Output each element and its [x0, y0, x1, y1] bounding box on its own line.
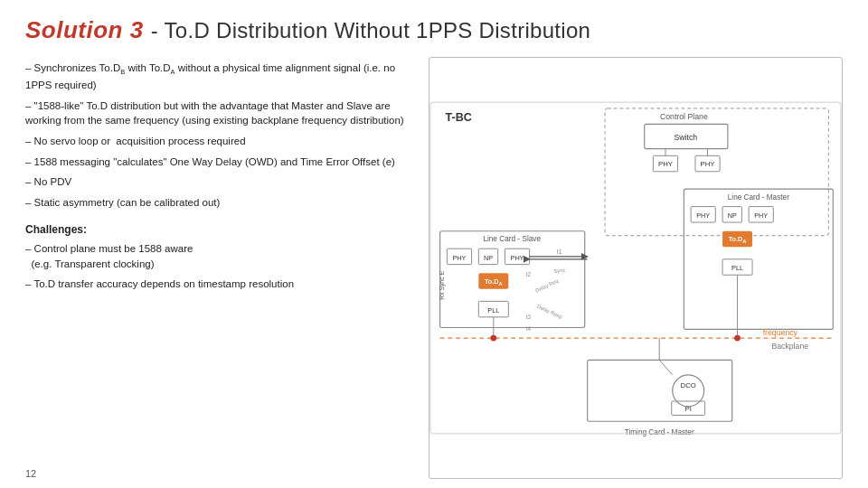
- bullet-1: – Synchronizes To.DB with To.DA without …: [25, 61, 414, 93]
- svg-rect-32: [588, 360, 732, 421]
- bullet-4: – 1588 messaging "calculates" One Way De…: [25, 155, 414, 170]
- svg-rect-45: [430, 102, 841, 434]
- svg-point-33: [673, 375, 704, 407]
- svg-text:t4: t4: [526, 325, 532, 332]
- title-normal: - To.D Distribution Without 1PPS Distrib…: [151, 18, 591, 43]
- svg-text:Delay Resp: Delay Resp: [536, 304, 563, 320]
- challenges-label: Challenges:: [25, 223, 414, 236]
- challenge-2: – To.D transfer accuracy depends on time…: [25, 277, 414, 292]
- rx-synce-label: Rx Sync E: [439, 271, 446, 300]
- diagram-svg: T-BC Control Plane Switch PHY PHY Line C…: [429, 58, 842, 478]
- svg-point-29: [490, 335, 496, 342]
- svg-text:t3: t3: [526, 314, 532, 320]
- backplane-label: Backplane: [771, 342, 808, 351]
- svg-text:PHY: PHY: [511, 254, 524, 262]
- svg-rect-15: [684, 189, 833, 329]
- title-bold: Solution 3: [25, 16, 144, 44]
- page: Solution 3 - To.D Distribution Without 1…: [0, 0, 868, 488]
- bullet-3: – No servo loop or acquisition process r…: [25, 134, 414, 149]
- svg-text:t2: t2: [526, 271, 532, 277]
- page-number: 12: [25, 468, 36, 479]
- timing-card-label: Timing Card - Master: [625, 428, 694, 436]
- diagram-panel: T-BC Control Plane Switch PHY PHY Line C…: [429, 57, 843, 479]
- svg-text:t1: t1: [557, 249, 562, 255]
- tbc-label: T-BC: [445, 111, 471, 124]
- svg-text:PHY: PHY: [754, 211, 768, 220]
- svg-text:PHY: PHY: [453, 254, 467, 262]
- line-card-slave-label: Line Card - Slave: [483, 235, 541, 243]
- svg-text:PHY: PHY: [696, 211, 710, 220]
- content-area: – Synchronizes To.DB with To.DA without …: [25, 57, 843, 479]
- svg-point-31: [734, 335, 741, 342]
- line-card-master-label: Line Card - Master: [728, 193, 789, 202]
- pll-slave-label: PLL: [487, 306, 499, 314]
- svg-text:NP: NP: [484, 254, 493, 262]
- svg-text:Delay Req: Delay Req: [534, 278, 559, 294]
- dco-label: DCO: [681, 381, 696, 389]
- bullet-5: – No PDV: [25, 174, 414, 190]
- control-plane-label: Control Plane: [660, 112, 708, 121]
- challenge-1: – Control plane must be 1588 aware (e.g.…: [25, 241, 414, 271]
- switch-label: Switch: [674, 133, 697, 142]
- title-row: Solution 3 - To.D Distribution Without 1…: [25, 16, 843, 44]
- bullet-6: – Static asymmetry (can be calibrated ou…: [25, 195, 414, 211]
- svg-line-36: [659, 360, 673, 374]
- switch-phy-left: PHY: [658, 160, 673, 168]
- switch-phy-right: PHY: [701, 160, 715, 168]
- frequency-label: frequency: [763, 328, 798, 337]
- bullet-2: – "1588-like" To.D distribution but with…: [25, 99, 414, 128]
- svg-text:NP: NP: [728, 211, 737, 220]
- svg-rect-6: [440, 231, 585, 328]
- left-panel: – Synchronizes To.DB with To.DA without …: [25, 57, 414, 479]
- pi-label: PI: [685, 405, 692, 413]
- svg-text:Sync: Sync: [553, 267, 566, 275]
- pll-master-label: PLL: [731, 264, 743, 272]
